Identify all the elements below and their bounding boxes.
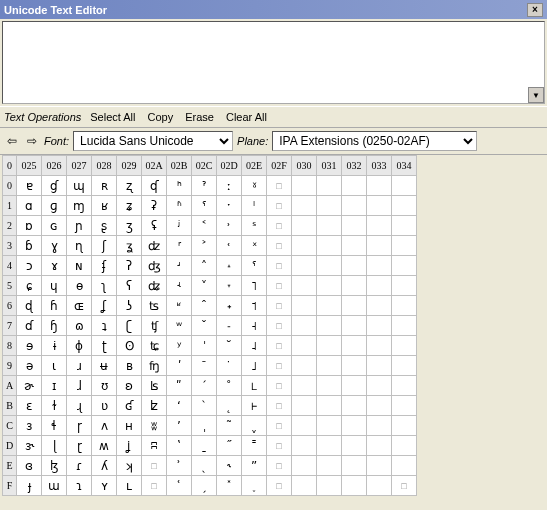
char-cell[interactable]: ˪ xyxy=(242,376,267,396)
char-cell[interactable]: ˦ xyxy=(242,296,267,316)
char-cell[interactable]: ʊ xyxy=(92,376,117,396)
char-cell[interactable]: ʄ xyxy=(92,256,117,276)
char-cell[interactable]: ˚ xyxy=(217,376,242,396)
char-cell[interactable]: ˠ xyxy=(242,176,267,196)
char-cell[interactable]: ʨ xyxy=(142,336,167,356)
char-cell[interactable]: ʛ xyxy=(117,396,142,416)
char-cell[interactable]: ɳ xyxy=(67,236,92,256)
char-cell[interactable]: ʢ xyxy=(142,216,167,236)
char-cell[interactable] xyxy=(292,336,317,356)
char-cell[interactable]: □ xyxy=(267,256,292,276)
char-cell[interactable] xyxy=(342,196,367,216)
char-cell[interactable] xyxy=(317,376,342,396)
char-cell[interactable] xyxy=(292,276,317,296)
char-cell[interactable] xyxy=(367,316,392,336)
char-cell[interactable]: ɚ xyxy=(17,376,42,396)
char-cell[interactable] xyxy=(342,256,367,276)
char-cell[interactable]: ɣ xyxy=(42,236,67,256)
char-cell[interactable] xyxy=(292,256,317,276)
char-cell[interactable]: ˊ xyxy=(192,376,217,396)
char-cell[interactable]: ʷ xyxy=(167,316,192,336)
char-cell[interactable] xyxy=(292,216,317,236)
char-cell[interactable] xyxy=(317,276,342,296)
char-cell[interactable] xyxy=(367,476,392,496)
char-cell[interactable]: ˍ xyxy=(192,436,217,456)
nav-right-button[interactable]: ⇨ xyxy=(24,134,40,148)
char-cell[interactable]: ˥ xyxy=(242,276,267,296)
char-cell[interactable] xyxy=(342,416,367,436)
char-cell[interactable]: ʫ xyxy=(142,396,167,416)
char-cell[interactable]: ʗ xyxy=(117,316,142,336)
char-cell[interactable]: ˩ xyxy=(242,356,267,376)
char-cell[interactable]: ɞ xyxy=(17,456,42,476)
char-cell[interactable] xyxy=(317,196,342,216)
char-cell[interactable]: ˒ xyxy=(217,216,242,236)
char-cell[interactable]: ʕ xyxy=(117,276,142,296)
char-cell[interactable]: ʤ xyxy=(142,256,167,276)
char-cell[interactable]: ˆ xyxy=(192,296,217,316)
char-cell[interactable]: ɩ xyxy=(42,356,67,376)
char-cell[interactable]: □ xyxy=(267,196,292,216)
char-cell[interactable] xyxy=(317,176,342,196)
char-cell[interactable]: ɰ xyxy=(67,176,92,196)
char-cell[interactable] xyxy=(317,396,342,416)
char-cell[interactable] xyxy=(367,196,392,216)
char-cell[interactable]: ɤ xyxy=(42,256,67,276)
char-cell[interactable]: ɯ xyxy=(42,476,67,496)
char-cell[interactable]: ʃ xyxy=(92,236,117,256)
char-cell[interactable] xyxy=(292,356,317,376)
char-cell[interactable]: ˝ xyxy=(217,436,242,456)
char-cell[interactable]: □ xyxy=(267,476,292,496)
char-cell[interactable]: ˌ xyxy=(192,416,217,436)
char-cell[interactable] xyxy=(392,416,417,436)
char-cell[interactable]: ʎ xyxy=(92,456,117,476)
char-cell[interactable]: ʶ xyxy=(167,296,192,316)
char-cell[interactable] xyxy=(342,356,367,376)
text-editor-area[interactable]: ▼ xyxy=(2,21,545,104)
char-cell[interactable]: □ xyxy=(267,336,292,356)
char-cell[interactable]: ɵ xyxy=(67,276,92,296)
font-select[interactable]: Lucida Sans Unicode xyxy=(73,131,233,151)
char-cell[interactable] xyxy=(392,316,417,336)
char-cell[interactable]: ɼ xyxy=(67,416,92,436)
char-cell[interactable]: ˫ xyxy=(242,396,267,416)
char-cell[interactable]: ɓ xyxy=(17,236,42,256)
char-cell[interactable] xyxy=(367,216,392,236)
char-cell[interactable]: ʞ xyxy=(117,456,142,476)
char-cell[interactable]: ˗ xyxy=(217,316,242,336)
char-cell[interactable]: □ xyxy=(267,416,292,436)
char-cell[interactable]: ˢ xyxy=(242,216,267,236)
char-cell[interactable]: ɔ xyxy=(17,256,42,276)
char-cell[interactable]: ˑ xyxy=(217,196,242,216)
char-cell[interactable] xyxy=(367,356,392,376)
char-cell[interactable]: ɒ xyxy=(17,216,42,236)
char-cell[interactable] xyxy=(392,336,417,356)
char-cell[interactable]: □ xyxy=(267,316,292,336)
char-cell[interactable] xyxy=(342,336,367,356)
char-cell[interactable]: □ xyxy=(142,456,167,476)
char-cell[interactable]: ʦ xyxy=(142,296,167,316)
char-cell[interactable] xyxy=(342,376,367,396)
char-cell[interactable]: ʳ xyxy=(167,236,192,256)
char-cell[interactable] xyxy=(367,396,392,416)
char-cell[interactable]: ˬ xyxy=(242,416,267,436)
char-cell[interactable]: ʝ xyxy=(117,436,142,456)
char-cell[interactable] xyxy=(317,216,342,236)
char-cell[interactable]: ʸ xyxy=(167,336,192,356)
clear-all-button[interactable]: Clear All xyxy=(223,110,270,124)
char-cell[interactable]: ʲ xyxy=(167,216,192,236)
char-cell[interactable] xyxy=(392,276,417,296)
char-cell[interactable]: ʺ xyxy=(167,376,192,396)
char-cell[interactable]: ɗ xyxy=(17,316,42,336)
char-cell[interactable]: ʅ xyxy=(92,276,117,296)
char-cell[interactable] xyxy=(367,336,392,356)
char-cell[interactable] xyxy=(292,396,317,416)
char-cell[interactable]: ɟ xyxy=(17,476,42,496)
char-cell[interactable]: ː xyxy=(217,176,242,196)
char-cell[interactable] xyxy=(342,396,367,416)
char-cell[interactable] xyxy=(292,456,317,476)
char-cell[interactable]: ʣ xyxy=(142,236,167,256)
char-cell[interactable] xyxy=(342,236,367,256)
char-cell[interactable]: ʭ xyxy=(142,436,167,456)
char-cell[interactable]: ˋ xyxy=(192,396,217,416)
